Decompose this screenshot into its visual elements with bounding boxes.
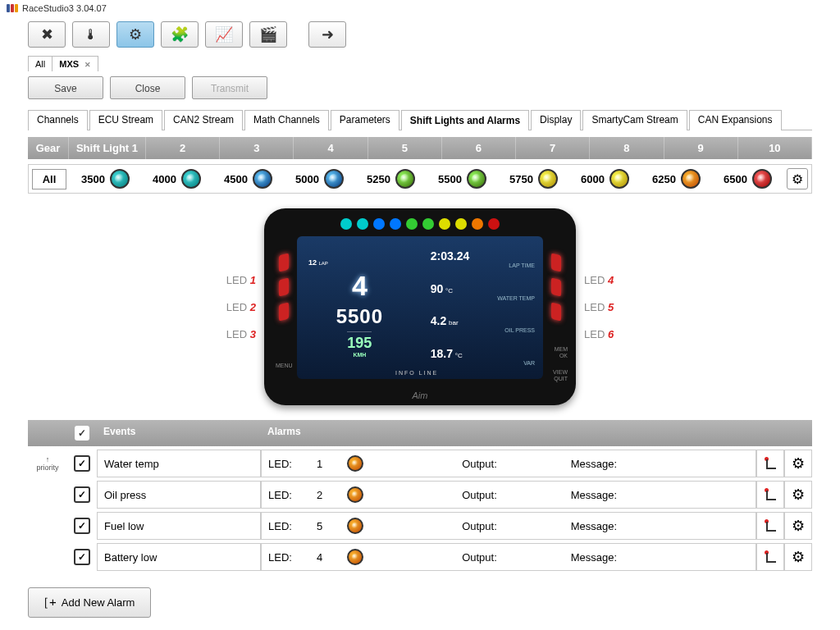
shift-led-3[interactable] — [253, 169, 272, 189]
tab-parameters[interactable]: Parameters — [331, 110, 399, 130]
tab-mxs[interactable]: MXS ✕ — [52, 56, 98, 71]
alarm-row: ✓ Oil press LED:2 Output: Message: ⚙ — [28, 481, 812, 509]
add-new-alarm-button[interactable]: ［+ Add New Alarm — [28, 587, 151, 618]
tool-puzzle-button[interactable]: 🧩 — [161, 21, 199, 48]
col-alarms: Alarms — [261, 420, 746, 446]
dash-top-leds — [274, 218, 566, 230]
dash-rpm: 5500 — [336, 305, 383, 328]
dash-screen: 12 LAP 4 5500 195KMH 2:03.24LAP TIME 90 … — [297, 236, 543, 379]
shift-led-6[interactable] — [467, 169, 486, 189]
led-6-label: 6 — [608, 328, 614, 340]
shift-light-settings-button[interactable]: ⚙ — [787, 168, 808, 189]
app-title: RaceStudio3 3.04.07 — [22, 3, 107, 13]
alarm-route-button[interactable] — [756, 481, 784, 509]
save-button[interactable]: Save — [28, 76, 103, 99]
tab-close-icon[interactable]: ✕ — [84, 61, 91, 69]
dash-device: 12 LAP 4 5500 195KMH 2:03.24LAP TIME 90 … — [264, 208, 576, 405]
tab-math-channels[interactable]: Math Channels — [244, 110, 329, 130]
app-logo-icon — [7, 4, 18, 12]
plus-icon: ［+ — [37, 595, 57, 610]
alarm-led-icon — [347, 455, 363, 472]
tab-all[interactable]: All — [28, 56, 52, 71]
alarm-led-icon — [347, 518, 363, 534]
alarm-row: ↑priority ✓ Water temp LED:1 Output: Mes… — [28, 450, 812, 477]
shift-led-5[interactable] — [395, 169, 415, 189]
dash-led-6 — [551, 302, 561, 321]
alarm-led-icon — [347, 549, 363, 565]
led-2-label: 2 — [250, 301, 256, 313]
tab-channels[interactable]: Channels — [28, 110, 88, 130]
alarm-config[interactable]: LED:5 Output: Message: — [261, 512, 756, 540]
alarm-route-button[interactable] — [756, 512, 784, 540]
dash-mem-label: MEMOK — [555, 346, 568, 359]
col-sl1: Shift Light 1 — [69, 137, 146, 159]
dash-view-label: VIEWQUIT — [553, 369, 568, 382]
dash-led-4 — [551, 253, 561, 272]
alarm-checkbox[interactable]: ✓ — [74, 486, 90, 503]
alarm-checkbox[interactable]: ✓ — [74, 455, 90, 472]
shift-light-row: All 3500 4000 4500 5000 5250 5500 5750 6… — [28, 164, 812, 194]
route-icon — [763, 550, 778, 564]
close-button[interactable]: Close — [110, 76, 185, 99]
dash-brand: Aim — [413, 390, 428, 400]
alarm-led-icon — [347, 486, 363, 503]
led-1-label: 1 — [250, 274, 256, 286]
tool-wrench-button[interactable]: ✖ — [28, 21, 66, 48]
alarm-settings-button[interactable]: ⚙ — [784, 481, 812, 509]
tab-can-expansions[interactable]: CAN Expansions — [689, 110, 782, 130]
alarm-config[interactable]: LED:2 Output: Message: — [261, 481, 756, 509]
shift-led-2[interactable] — [181, 169, 201, 189]
route-icon — [763, 487, 778, 502]
alarm-event[interactable]: Battery low — [97, 543, 261, 571]
alarm-check-all[interactable]: ✓ — [67, 420, 97, 446]
led-labels-left: LED 1 LED 2 LED 3 — [226, 274, 256, 340]
alarm-settings-button[interactable]: ⚙ — [784, 543, 812, 571]
dash-led-2 — [279, 277, 289, 296]
alarm-checkbox[interactable]: ✓ — [74, 549, 90, 565]
tool-temp-button[interactable]: 🌡 — [72, 21, 110, 48]
tool-export-button[interactable]: ➜ — [308, 21, 346, 48]
dash-led-1 — [279, 253, 289, 272]
alarm-event[interactable]: Water temp — [97, 450, 261, 477]
alarm-row: ✓ Battery low LED:4 Output: Message: ⚙ — [28, 543, 812, 571]
alarm-event[interactable]: Oil press — [97, 481, 261, 509]
led-5-label: 5 — [608, 301, 614, 313]
tool-config-button[interactable]: ⚙ — [116, 21, 154, 48]
shift-led-10[interactable] — [752, 169, 772, 189]
alarm-event[interactable]: Fuel low — [97, 512, 261, 540]
tab-ecu-stream[interactable]: ECU Stream — [89, 110, 162, 130]
alarm-settings-button[interactable]: ⚙ — [784, 512, 812, 540]
col-events: Events — [97, 420, 261, 446]
tab-can2-stream[interactable]: CAN2 Stream — [164, 110, 243, 130]
shift-led-9[interactable] — [681, 169, 701, 189]
tool-clapper-button[interactable]: 🎬 — [249, 21, 287, 48]
tab-shift-lights-alarms[interactable]: Shift Lights and Alarms — [401, 110, 529, 130]
col-gear: Gear — [28, 137, 69, 159]
priority-indicator: ↑priority — [28, 455, 67, 472]
transmit-button[interactable]: Transmit — [192, 76, 267, 99]
shift-led-8[interactable] — [609, 169, 629, 189]
shift-light-header: Gear Shift Light 1 2 3 4 5 6 7 8 9 10 — [28, 137, 812, 159]
tab-smartycam-stream[interactable]: SmartyCam Stream — [582, 110, 687, 130]
alarm-config[interactable]: LED:4 Output: Message: — [261, 543, 756, 571]
dash-led-3 — [279, 302, 289, 321]
shift-led-4[interactable] — [324, 169, 344, 189]
alarm-table-header: ✓ Events Alarms — [28, 420, 812, 446]
tool-chart-button[interactable]: 📈 — [205, 21, 243, 48]
alarm-row: ✓ Fuel low LED:5 Output: Message: ⚙ — [28, 512, 812, 540]
title-bar: RaceStudio3 3.04.07 — [0, 0, 840, 16]
led-labels-right: LED 4 LED 5 LED 6 — [584, 274, 614, 340]
project-tabs: All MXS ✕ — [0, 56, 840, 71]
gear-all-button[interactable]: All — [32, 169, 66, 189]
alarm-settings-button[interactable]: ⚙ — [784, 450, 812, 477]
tab-display[interactable]: Display — [531, 110, 581, 130]
route-icon — [763, 456, 778, 471]
shift-led-7[interactable] — [538, 169, 558, 189]
alarm-route-button[interactable] — [756, 450, 784, 477]
alarm-checkbox[interactable]: ✓ — [74, 518, 90, 534]
alarm-config[interactable]: LED:1 Output: Message: — [261, 450, 756, 477]
led-4-label: 4 — [608, 274, 614, 286]
config-tabs: Channels ECU Stream CAN2 Stream Math Cha… — [28, 109, 812, 130]
alarm-route-button[interactable] — [756, 543, 784, 571]
shift-led-1[interactable] — [110, 169, 130, 189]
